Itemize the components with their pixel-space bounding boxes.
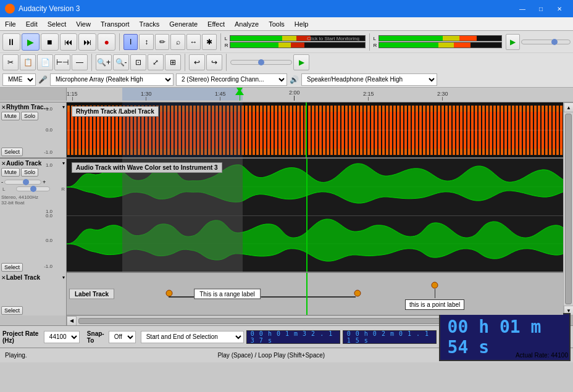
svg-point-8 (166, 290, 172, 296)
menu-transport[interactable]: Transport (96, 17, 135, 30)
point-label-text[interactable]: this is a point label (405, 299, 464, 310)
audio-track-name[interactable]: Audio Track (6, 160, 62, 167)
speaker-select[interactable]: Speaker/Headphone (Realtek High (301, 73, 437, 86)
selection-mode-select[interactable]: Start and End of Selection (141, 331, 244, 343)
rhythm-track-header: ✕ Rhythm Trac... ▾ (1, 104, 65, 111)
rhythm-track-close[interactable]: ✕ (1, 104, 6, 111)
trim-button[interactable]: ⊢⊣ (54, 54, 70, 70)
sep-edit-1 (91, 54, 92, 71)
point-label-container: this is a point label (405, 281, 464, 310)
rhythm-track-collapse[interactable]: ▾ (62, 104, 65, 110)
skip-fwd-button[interactable]: ⏭ (78, 33, 96, 51)
vu-bar-r (230, 43, 304, 48)
cut-button[interactable]: ✂ (2, 54, 19, 70)
paste-button[interactable]: 📄 (37, 54, 53, 70)
envelope-tool[interactable]: ↕ (139, 34, 153, 50)
pause-button[interactable]: ⏸ (2, 33, 20, 51)
channel-divider (67, 215, 563, 216)
label-track-controls: ✕ Label Track ▾ Select (0, 273, 67, 315)
scroll-up-button[interactable]: ▲ (564, 102, 573, 112)
vertical-scrollbar[interactable]: ▲ ▼ (563, 102, 573, 315)
zoom-tool[interactable]: ⌕ (170, 34, 185, 50)
play-button[interactable]: ▶ (22, 33, 40, 51)
microphone-select[interactable]: Microphone Array (Realtek High (50, 73, 174, 86)
audio-track-controls: ✕ Audio Track ▾ Mute Solo - + L (0, 159, 67, 273)
audio-solo-button[interactable]: Solo (21, 168, 38, 177)
menu-analyze[interactable]: Analyze (230, 17, 264, 30)
menu-tools[interactable]: Tools (264, 17, 290, 30)
zoom-fit-button[interactable]: ⤢ (148, 54, 164, 70)
tick-2-30: 2:30 (437, 91, 448, 101)
audio-pan-slider[interactable] (16, 186, 50, 191)
play-output-button[interactable]: ▶ (506, 34, 520, 50)
app-icon (5, 4, 15, 14)
menu-edit[interactable]: Edit (21, 17, 43, 30)
audio-select-button[interactable]: Select (1, 263, 23, 272)
close-button[interactable]: ✕ (551, 2, 568, 15)
record-button[interactable]: ● (98, 33, 115, 51)
menu-file[interactable]: File (0, 17, 21, 30)
label-track-collapse[interactable]: ▾ (62, 275, 65, 280)
channels-select[interactable]: 2 (Stereo) Recording Chann... (176, 73, 287, 86)
draw-tool[interactable]: ✏ (155, 34, 169, 50)
project-rate-select[interactable]: 44100 (44, 331, 80, 343)
minimize-button[interactable]: — (514, 2, 531, 15)
output-volume-slider[interactable] (521, 40, 571, 44)
host-select[interactable]: MME (2, 73, 36, 86)
audio-mute-button[interactable]: Mute (1, 168, 20, 177)
snap-to-select[interactable]: Off (109, 331, 136, 343)
vu-out-bar-r (379, 43, 471, 48)
menu-view[interactable]: View (71, 17, 96, 30)
timeline-ruler[interactable]: 1:15 1:30 1:45 2:00 2:15 2:30 (0, 88, 573, 102)
zoom-width-button[interactable]: ⊞ (165, 54, 181, 70)
rhythm-mute-button[interactable]: Mute (1, 112, 20, 120)
range-label-text[interactable]: This is a range label (194, 289, 261, 299)
zoom-in-button[interactable]: 🔍+ (96, 54, 112, 70)
audio-volume-slider[interactable] (4, 180, 41, 185)
ruler-ticks: 1:15 1:30 1:45 2:00 2:15 2:30 (67, 88, 573, 101)
copy-button[interactable]: 📋 (20, 54, 36, 70)
zoom-out-button[interactable]: 🔍- (113, 54, 129, 70)
speaker-icon: 🔊 (290, 75, 299, 84)
rhythm-track-name[interactable]: Rhythm Trac... (6, 104, 62, 111)
label-track: ✕ Label Track ▾ Select Label Track (0, 272, 563, 315)
tick-label-2-15: 2:15 (363, 91, 374, 97)
play-at-speed-button[interactable]: ▶ (293, 54, 309, 70)
stop-button[interactable]: ■ (41, 33, 59, 51)
label-select-button[interactable]: Select (1, 306, 23, 315)
tick-1-15: 1:15 (67, 91, 79, 101)
rhythm-solo-button[interactable]: Solo (21, 112, 38, 120)
maximize-button[interactable]: □ (532, 2, 550, 15)
playhead-triangle (235, 89, 244, 99)
silence-button[interactable]: — (72, 54, 88, 70)
audio-track-collapse[interactable]: ▾ (62, 161, 65, 166)
skip-back-button[interactable]: ⏮ (60, 33, 78, 51)
playback-speed-slider[interactable] (230, 60, 292, 65)
device-bar: MME 🎤 Microphone Array (Realtek High 2 (… (0, 72, 573, 88)
menu-effect[interactable]: Effect (203, 17, 230, 30)
select-tool[interactable]: I (123, 34, 138, 50)
menu-generate[interactable]: Generate (164, 17, 203, 30)
audio-l-label: L (2, 186, 5, 192)
scroll-left-button[interactable]: ◀ (67, 316, 77, 326)
redo-button[interactable]: ↪ (206, 54, 222, 70)
label-track-close[interactable]: ✕ (1, 275, 6, 281)
rhythm-select-button[interactable]: Select (1, 148, 23, 156)
timeshift-tool[interactable]: ↔ (186, 34, 201, 50)
zoom-sel-button[interactable]: ⊡ (130, 54, 146, 70)
range-label-left-dot (165, 287, 173, 301)
click-monitor[interactable]: Click to Start Monitoring _ (307, 36, 364, 41)
tick-line-5 (368, 97, 369, 101)
scroll-thumb-v[interactable] (565, 114, 572, 304)
multi-tool[interactable]: ✱ (202, 34, 216, 50)
audio-track-close[interactable]: ✕ (1, 161, 6, 167)
tick-2-00: 2:00 (289, 90, 300, 101)
label-track-name[interactable]: Label Track (6, 274, 62, 281)
label-track-content: Label Track This is a range (67, 273, 563, 315)
vu-output-r (379, 42, 502, 48)
menu-tracks[interactable]: Tracks (135, 17, 165, 30)
toolbar-container: ⏸ ▶ ■ ⏮ ⏭ ● I ↕ ✏ ⌕ ↔ ✱ L Click to Start… (0, 31, 573, 72)
menu-help[interactable]: Help (290, 17, 314, 30)
menu-select[interactable]: Select (43, 17, 72, 30)
undo-button[interactable]: ↩ (189, 54, 205, 70)
